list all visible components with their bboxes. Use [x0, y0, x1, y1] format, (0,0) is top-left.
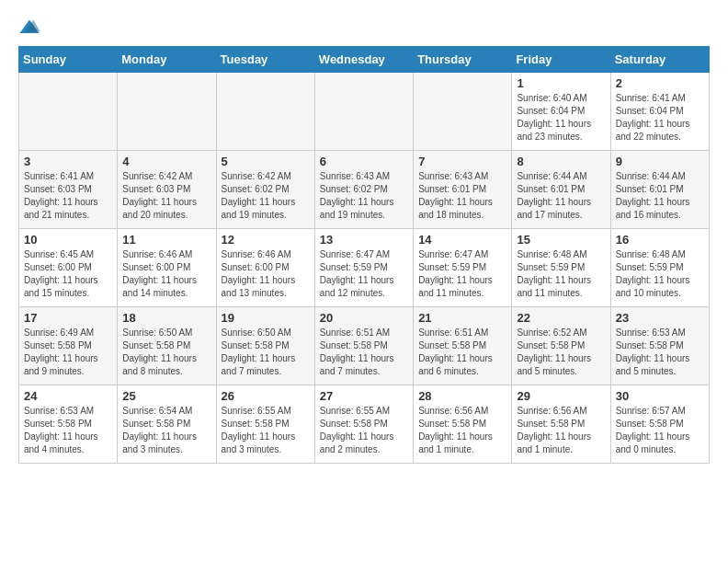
day-number: 13 — [320, 233, 408, 247]
calendar-cell: 26Sunrise: 6:55 AM Sunset: 5:58 PM Dayli… — [216, 385, 314, 464]
day-info: Sunrise: 6:48 AM Sunset: 5:59 PM Dayligh… — [616, 248, 704, 300]
calendar-cell: 15Sunrise: 6:48 AM Sunset: 5:59 PM Dayli… — [512, 229, 610, 307]
day-info: Sunrise: 6:45 AM Sunset: 6:00 PM Dayligh… — [24, 248, 112, 300]
weekday-header-thursday: Thursday — [414, 47, 512, 73]
day-info: Sunrise: 6:42 AM Sunset: 6:02 PM Dayligh… — [222, 170, 310, 222]
day-number: 6 — [320, 155, 408, 168]
calendar-cell: 21Sunrise: 6:51 AM Sunset: 5:58 PM Dayli… — [414, 307, 512, 385]
calendar-cell — [118, 73, 216, 151]
day-number: 29 — [517, 389, 605, 403]
day-info: Sunrise: 6:46 AM Sunset: 6:00 PM Dayligh… — [122, 248, 210, 300]
day-info: Sunrise: 6:53 AM Sunset: 5:58 PM Dayligh… — [616, 327, 704, 378]
calendar-cell: 28Sunrise: 6:56 AM Sunset: 5:58 PM Dayli… — [414, 385, 512, 464]
calendar-week-5: 24Sunrise: 6:53 AM Sunset: 5:58 PM Dayli… — [19, 385, 710, 464]
calendar-cell: 12Sunrise: 6:46 AM Sunset: 6:00 PM Dayli… — [216, 229, 314, 307]
day-info: Sunrise: 6:51 AM Sunset: 5:58 PM Dayligh… — [320, 327, 408, 378]
weekday-header-monday: Monday — [118, 47, 216, 73]
calendar-cell: 27Sunrise: 6:55 AM Sunset: 5:58 PM Dayli… — [314, 385, 413, 464]
day-info: Sunrise: 6:51 AM Sunset: 5:58 PM Dayligh… — [418, 327, 506, 378]
day-info: Sunrise: 6:53 AM Sunset: 5:58 PM Dayligh… — [24, 405, 112, 456]
calendar-cell: 24Sunrise: 6:53 AM Sunset: 5:58 PM Dayli… — [19, 385, 118, 464]
day-number: 27 — [320, 389, 408, 403]
calendar-cell — [314, 73, 413, 151]
calendar-cell: 18Sunrise: 6:50 AM Sunset: 5:58 PM Dayli… — [118, 307, 216, 385]
weekday-header-row: SundayMondayTuesdayWednesdayThursdayFrid… — [19, 47, 710, 73]
day-info: Sunrise: 6:44 AM Sunset: 6:01 PM Dayligh… — [517, 170, 605, 222]
day-info: Sunrise: 6:52 AM Sunset: 5:58 PM Dayligh… — [517, 327, 605, 378]
day-number: 10 — [24, 233, 112, 247]
day-number: 25 — [122, 389, 210, 403]
day-info: Sunrise: 6:54 AM Sunset: 5:58 PM Dayligh… — [122, 405, 210, 456]
calendar-cell — [414, 73, 512, 151]
day-info: Sunrise: 6:48 AM Sunset: 5:59 PM Dayligh… — [517, 248, 605, 300]
day-info: Sunrise: 6:50 AM Sunset: 5:58 PM Dayligh… — [222, 327, 310, 378]
logo — [18, 18, 44, 37]
day-number: 7 — [418, 155, 506, 168]
calendar-cell: 8Sunrise: 6:44 AM Sunset: 6:01 PM Daylig… — [512, 151, 610, 229]
day-number: 23 — [616, 311, 704, 325]
calendar-cell: 14Sunrise: 6:47 AM Sunset: 5:59 PM Dayli… — [414, 229, 512, 307]
day-info: Sunrise: 6:47 AM Sunset: 5:59 PM Dayligh… — [320, 248, 408, 300]
day-number: 1 — [517, 76, 605, 90]
calendar-cell: 19Sunrise: 6:50 AM Sunset: 5:58 PM Dayli… — [216, 307, 314, 385]
day-number: 30 — [616, 389, 704, 403]
day-number: 15 — [517, 233, 605, 247]
calendar-cell: 7Sunrise: 6:43 AM Sunset: 6:01 PM Daylig… — [414, 151, 512, 229]
day-info: Sunrise: 6:50 AM Sunset: 5:58 PM Dayligh… — [122, 327, 210, 378]
calendar-cell: 17Sunrise: 6:49 AM Sunset: 5:58 PM Dayli… — [19, 307, 118, 385]
calendar-week-4: 17Sunrise: 6:49 AM Sunset: 5:58 PM Dayli… — [19, 307, 710, 385]
calendar-cell: 25Sunrise: 6:54 AM Sunset: 5:58 PM Dayli… — [118, 385, 216, 464]
day-info: Sunrise: 6:44 AM Sunset: 6:01 PM Dayligh… — [616, 170, 704, 222]
calendar-cell: 3Sunrise: 6:41 AM Sunset: 6:03 PM Daylig… — [19, 151, 118, 229]
calendar-week-2: 3Sunrise: 6:41 AM Sunset: 6:03 PM Daylig… — [19, 151, 710, 229]
calendar-cell: 1Sunrise: 6:40 AM Sunset: 6:04 PM Daylig… — [512, 73, 610, 151]
calendar-cell: 6Sunrise: 6:43 AM Sunset: 6:02 PM Daylig… — [314, 151, 413, 229]
day-info: Sunrise: 6:46 AM Sunset: 6:00 PM Dayligh… — [222, 248, 310, 300]
day-info: Sunrise: 6:49 AM Sunset: 5:58 PM Dayligh… — [24, 327, 112, 378]
day-info: Sunrise: 6:56 AM Sunset: 5:58 PM Dayligh… — [517, 405, 605, 456]
calendar-week-1: 1Sunrise: 6:40 AM Sunset: 6:04 PM Daylig… — [19, 73, 710, 151]
calendar-cell: 22Sunrise: 6:52 AM Sunset: 5:58 PM Dayli… — [512, 307, 610, 385]
day-info: Sunrise: 6:57 AM Sunset: 5:58 PM Dayligh… — [616, 405, 704, 456]
day-number: 24 — [24, 389, 112, 403]
day-number: 28 — [418, 389, 506, 403]
day-number: 4 — [122, 155, 210, 168]
weekday-header-sunday: Sunday — [19, 47, 118, 73]
day-number: 14 — [418, 233, 506, 247]
day-number: 8 — [517, 155, 605, 168]
calendar-table: SundayMondayTuesdayWednesdayThursdayFrid… — [18, 46, 710, 464]
calendar-cell: 10Sunrise: 6:45 AM Sunset: 6:00 PM Dayli… — [19, 229, 118, 307]
calendar-cell: 13Sunrise: 6:47 AM Sunset: 5:59 PM Dayli… — [314, 229, 413, 307]
weekday-header-friday: Friday — [512, 47, 610, 73]
day-number: 16 — [616, 233, 704, 247]
calendar-cell — [216, 73, 314, 151]
calendar-cell — [19, 73, 118, 151]
day-info: Sunrise: 6:41 AM Sunset: 6:04 PM Dayligh… — [616, 92, 704, 144]
day-info: Sunrise: 6:42 AM Sunset: 6:03 PM Dayligh… — [122, 170, 210, 222]
day-number: 20 — [320, 311, 408, 325]
day-info: Sunrise: 6:43 AM Sunset: 6:01 PM Dayligh… — [418, 170, 506, 222]
day-number: 17 — [24, 311, 112, 325]
calendar-cell: 11Sunrise: 6:46 AM Sunset: 6:00 PM Dayli… — [118, 229, 216, 307]
day-info: Sunrise: 6:55 AM Sunset: 5:58 PM Dayligh… — [320, 405, 408, 456]
weekday-header-wednesday: Wednesday — [314, 47, 413, 73]
day-number: 26 — [222, 389, 310, 403]
calendar-cell: 5Sunrise: 6:42 AM Sunset: 6:02 PM Daylig… — [216, 151, 314, 229]
calendar-cell: 16Sunrise: 6:48 AM Sunset: 5:59 PM Dayli… — [610, 229, 709, 307]
day-info: Sunrise: 6:55 AM Sunset: 5:58 PM Dayligh… — [222, 405, 310, 456]
calendar-cell: 20Sunrise: 6:51 AM Sunset: 5:58 PM Dayli… — [314, 307, 413, 385]
logo-icon — [18, 18, 40, 37]
calendar-cell: 4Sunrise: 6:42 AM Sunset: 6:03 PM Daylig… — [118, 151, 216, 229]
day-info: Sunrise: 6:47 AM Sunset: 5:59 PM Dayligh… — [418, 248, 506, 300]
day-number: 9 — [616, 155, 704, 168]
day-number: 3 — [24, 155, 112, 168]
calendar-cell: 23Sunrise: 6:53 AM Sunset: 5:58 PM Dayli… — [610, 307, 709, 385]
weekday-header-tuesday: Tuesday — [216, 47, 314, 73]
day-number: 21 — [418, 311, 506, 325]
day-info: Sunrise: 6:56 AM Sunset: 5:58 PM Dayligh… — [418, 405, 506, 456]
day-number: 19 — [222, 311, 310, 325]
weekday-header-saturday: Saturday — [610, 47, 709, 73]
calendar-cell: 2Sunrise: 6:41 AM Sunset: 6:04 PM Daylig… — [610, 73, 709, 151]
calendar-cell: 29Sunrise: 6:56 AM Sunset: 5:58 PM Dayli… — [512, 385, 610, 464]
day-number: 2 — [616, 76, 704, 90]
